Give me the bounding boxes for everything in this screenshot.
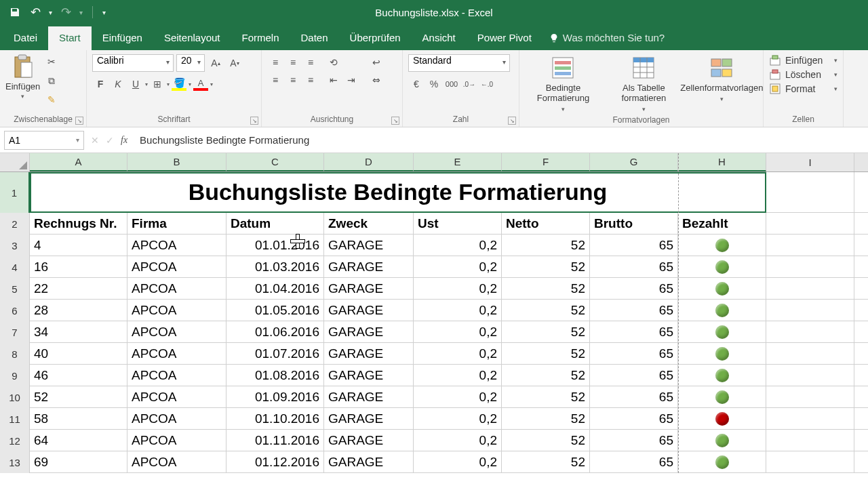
font-family-select[interactable]: Calibri [92, 54, 174, 72]
cell[interactable]: 58 [30, 408, 127, 429]
cell[interactable]: GARAGE [324, 451, 414, 472]
cell[interactable]: 52 [30, 386, 127, 407]
fill-color-icon[interactable]: 🪣 [171, 76, 187, 92]
tab-einfügen[interactable]: Einfügen [92, 26, 153, 50]
header-cell[interactable]: Bezahlt [678, 213, 766, 234]
cell[interactable]: APCOA [127, 235, 226, 256]
save-icon[interactable] [8, 5, 22, 19]
conditional-formatting-button[interactable]: Bedingte Formatierung ▾ [525, 54, 601, 114]
comma-format-icon[interactable]: 000 [443, 76, 460, 92]
cell[interactable]: 01.10.2016 [226, 408, 324, 429]
row-header[interactable]: 13 [0, 451, 30, 473]
cell[interactable] [766, 343, 854, 364]
tell-me-search[interactable]: Was möchten Sie tun? [549, 26, 665, 50]
underline-button[interactable]: U [127, 76, 144, 92]
orientation-icon[interactable]: ⟲ [326, 54, 342, 70]
cell[interactable]: 0,2 [414, 451, 502, 472]
row-header[interactable]: 9 [0, 365, 30, 386]
row-header[interactable]: 10 [0, 386, 30, 408]
column-header[interactable]: G [590, 153, 678, 171]
paid-status-cell[interactable] [678, 278, 766, 299]
font-size-select[interactable]: 20 [176, 54, 205, 72]
merge-center-icon[interactable]: ⇔ [366, 72, 387, 88]
percent-format-icon[interactable]: % [426, 76, 442, 92]
number-format-select[interactable]: Standard [408, 54, 510, 72]
enter-formula-icon[interactable]: ✓ [106, 135, 114, 146]
cell[interactable]: 0,2 [414, 278, 502, 299]
cell[interactable] [766, 451, 854, 472]
header-cell[interactable]: Firma [127, 213, 226, 234]
copy-icon[interactable]: ⧉ [44, 73, 59, 88]
row-header[interactable]: 3 [0, 235, 30, 256]
cell[interactable]: 0,2 [414, 235, 502, 256]
name-box[interactable]: A1 [4, 131, 84, 150]
increase-indent-icon[interactable]: ⇥ [343, 72, 359, 88]
cell[interactable]: APCOA [127, 365, 226, 386]
tab-power pivot[interactable]: Power Pivot [467, 26, 542, 50]
cell[interactable] [766, 430, 854, 451]
align-middle-icon[interactable]: ≡ [285, 54, 301, 70]
column-header[interactable]: C [226, 153, 324, 171]
cell[interactable] [766, 408, 854, 429]
paid-status-cell[interactable] [678, 256, 766, 277]
cell[interactable] [766, 256, 854, 277]
tab-start[interactable]: Start [48, 26, 92, 50]
cell[interactable]: APCOA [127, 343, 226, 364]
cell[interactable]: 01.03.2016 [226, 256, 324, 277]
cell[interactable]: 52 [502, 343, 590, 364]
cell[interactable]: 52 [502, 430, 590, 451]
insert-cells-button[interactable]: Einfügen▾ [769, 54, 837, 66]
cell[interactable]: 52 [502, 451, 590, 472]
header-cell[interactable]: Zweck [324, 213, 414, 234]
cell[interactable]: 0,2 [414, 408, 502, 429]
cell[interactable]: APCOA [127, 278, 226, 299]
italic-button[interactable]: K [110, 76, 126, 92]
worksheet-grid[interactable]: ABCDEFGHI 1Buchungsliste Bedingte Format… [0, 153, 868, 473]
cell[interactable]: 52 [502, 256, 590, 277]
cell[interactable]: 16 [30, 256, 127, 277]
cell[interactable]: 4 [30, 235, 127, 256]
paid-status-cell[interactable] [678, 430, 766, 451]
cell[interactable]: 01.09.2016 [226, 386, 324, 407]
cell-styles-button[interactable]: Zellenformatvorlagen ▾ [686, 54, 757, 104]
cell[interactable]: 64 [30, 430, 127, 451]
row-header[interactable]: 4 [0, 256, 30, 278]
cell[interactable] [766, 213, 854, 234]
cell[interactable]: 52 [502, 408, 590, 429]
cell[interactable] [766, 300, 854, 321]
title-cell[interactable]: Buchungsliste Bedingte Formatierung [30, 172, 766, 212]
cell[interactable]: GARAGE [324, 235, 414, 256]
column-header[interactable]: B [127, 153, 226, 171]
cell[interactable]: 46 [30, 365, 127, 386]
row-header[interactable]: 1 [0, 172, 30, 213]
undo-icon[interactable]: ↶ [28, 5, 42, 19]
header-cell[interactable]: Datum [226, 213, 324, 234]
cell[interactable]: 52 [502, 386, 590, 407]
cell[interactable] [766, 365, 854, 386]
cell[interactable]: 65 [590, 235, 678, 256]
cell[interactable]: 0,2 [414, 321, 502, 342]
cut-icon[interactable]: ✂ [44, 54, 59, 69]
cell[interactable]: 0,2 [414, 300, 502, 321]
column-header[interactable]: E [414, 153, 502, 171]
column-header[interactable]: I [766, 153, 854, 171]
cell[interactable]: 52 [502, 278, 590, 299]
cell[interactable]: GARAGE [324, 343, 414, 364]
cell[interactable]: GARAGE [324, 300, 414, 321]
cell[interactable]: 65 [590, 256, 678, 277]
delete-cells-button[interactable]: Löschen▾ [769, 68, 837, 81]
tab-formeln[interactable]: Formeln [231, 26, 290, 50]
formula-input[interactable]: Buchungsliste Bedingte Formatierung [134, 134, 868, 146]
decrease-decimal-icon[interactable]: ←.0 [479, 76, 495, 92]
cell[interactable] [766, 172, 854, 212]
column-header[interactable]: F [502, 153, 590, 171]
decrease-font-icon[interactable]: A▾ [226, 55, 243, 71]
cell[interactable]: GARAGE [324, 256, 414, 277]
increase-decimal-icon[interactable]: .0→ [461, 76, 477, 92]
cell[interactable]: 0,2 [414, 256, 502, 277]
cell[interactable] [766, 386, 854, 407]
fx-icon[interactable]: fx [121, 135, 127, 146]
increase-font-icon[interactable]: A▴ [208, 55, 224, 71]
clipboard-dialog-launcher-icon[interactable]: ↘ [75, 117, 83, 125]
cell[interactable]: APCOA [127, 430, 226, 451]
